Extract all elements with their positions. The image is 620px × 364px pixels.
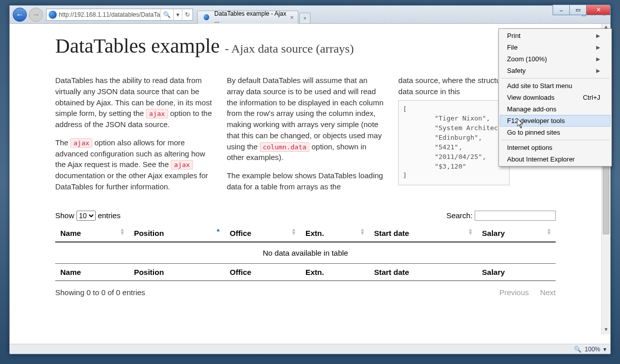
zoom-dropdown-icon[interactable]: ▾ (603, 346, 606, 353)
refresh-icon[interactable]: ↻ (182, 9, 192, 20)
window-controls: – ▭ ✕ (553, 5, 610, 15)
datatable-controls: Show 10 entries Search: (55, 211, 556, 221)
menu-about-ie[interactable]: About Internet Explorer (500, 153, 610, 165)
code-ajax: ajax (70, 138, 92, 148)
tools-menu: Print▶ File▶ Zoom (100%)▶ Safety▶ Add si… (498, 28, 612, 167)
tab-favicon-icon (204, 14, 209, 20)
url-input[interactable] (59, 11, 160, 18)
fcol: Start date (369, 263, 477, 280)
scroll-down-icon[interactable]: ▼ (602, 327, 610, 335)
fcol: Position (129, 263, 224, 280)
text: The example below shows DataTables loadi… (227, 170, 384, 192)
col-startdate[interactable]: Start date▲▼ (369, 225, 477, 242)
menu-separator (501, 140, 609, 140)
col-office[interactable]: Office▲▼ (225, 225, 300, 242)
title-sub: - Ajax data source (arrays) (225, 42, 354, 55)
forward-button[interactable]: → (29, 8, 43, 22)
menu-file[interactable]: File▶ (500, 42, 610, 53)
back-button[interactable]: ← (13, 8, 27, 22)
search-control: Search: (446, 211, 556, 221)
datatable-footer: Showing 0 to 0 of 0 entries Previous Nex… (55, 288, 556, 297)
menu-view-downloads[interactable]: View downloadsCtrl+J (500, 92, 610, 103)
code-columndata: column.data (260, 142, 309, 152)
menu-print[interactable]: Print▶ (500, 30, 610, 42)
menu-separator (501, 78, 609, 78)
table-footer-row: Name Position Office Extn. Start date Sa… (55, 263, 556, 280)
code-sample: [ "Tiger Nixon", "System Architect", "Ed… (398, 100, 510, 186)
new-tab-button[interactable]: ▫ (299, 13, 311, 24)
fcol: Name (55, 263, 129, 280)
intro-columns: DataTables has the ability to read data … (55, 75, 556, 192)
address-bar[interactable]: 🔍 ▾ ↻ (46, 9, 193, 21)
status-bar: 🔍 100% ▾ (10, 344, 610, 354)
code-ajax: ajax (146, 109, 168, 118)
menu-add-start[interactable]: Add site to Start menu (500, 80, 610, 92)
length-select[interactable]: 10 (76, 211, 96, 221)
text: documentation or the other Ajax examples… (55, 171, 208, 191)
maximize-button[interactable]: ▭ (569, 5, 587, 15)
col-position[interactable]: Position▲ (129, 225, 224, 242)
intro-col-2: By default DataTables will assume that a… (227, 75, 384, 192)
browser-tab[interactable]: DataTables example - Ajax ... × (197, 11, 298, 24)
next-button[interactable]: Next (540, 288, 556, 297)
data-table: Name▲▼ Position▲ Office▲▼ Extn.▲▼ Start … (55, 225, 556, 281)
fcol: Extn. (300, 263, 369, 280)
fcol: Office (225, 263, 300, 280)
table-header-row: Name▲▼ Position▲ Office▲▼ Extn.▲▼ Start … (55, 225, 556, 242)
col-name[interactable]: Name▲▼ (55, 225, 129, 242)
menu-pinned-sites[interactable]: Go to pinned sites (500, 127, 610, 138)
page-title: DataTables example - Ajax data source (a… (55, 34, 354, 57)
stop-icon[interactable]: ▾ (173, 9, 182, 20)
menu-manage-addons[interactable]: Manage add-ons (500, 103, 610, 115)
menu-f12-devtools[interactable]: F12 developer tools (500, 115, 610, 127)
tab-strip: DataTables example - Ajax ... × ▫ (197, 6, 311, 24)
empty-text: No data available in table (55, 242, 556, 264)
fcol: Salary (477, 263, 556, 280)
col-salary[interactable]: Salary▲▼ (477, 225, 556, 242)
search-input[interactable] (475, 211, 556, 221)
tab-title: DataTables example - Ajax ... (214, 10, 287, 24)
empty-row: No data available in table (55, 242, 556, 264)
intro-col-1: DataTables has the ability to read data … (55, 75, 213, 192)
search-icon[interactable]: 🔍 (160, 9, 173, 20)
pagination: Previous Next (490, 288, 556, 297)
text: By default DataTables will assume that a… (227, 76, 383, 151)
close-button[interactable]: ✕ (586, 5, 610, 15)
col-extn[interactable]: Extn.▲▼ (300, 225, 369, 242)
length-label-a: Show (55, 211, 74, 220)
zoom-level[interactable]: 100% (585, 346, 600, 353)
code-ajax: ajax (171, 160, 192, 170)
prev-button[interactable]: Previous (499, 288, 529, 297)
menu-safety[interactable]: Safety▶ (500, 65, 610, 76)
search-label: Search: (446, 211, 473, 219)
menu-internet-options[interactable]: Internet options (500, 142, 610, 153)
tab-close-icon[interactable]: × (290, 14, 294, 21)
zoom-icon[interactable]: 🔍 (574, 346, 582, 353)
favicon-icon (49, 11, 57, 19)
text: The (55, 138, 70, 147)
table-info: Showing 0 to 0 of 0 entries (55, 288, 145, 297)
length-control: Show 10 entries (55, 211, 121, 221)
title-main: DataTables example (55, 34, 220, 57)
browser-toolbar: ← → 🔍 ▾ ↻ DataTables example - Ajax ... … (10, 6, 610, 24)
menu-zoom[interactable]: Zoom (100%)▶ (500, 53, 610, 65)
length-label-b: entries (98, 211, 121, 220)
minimize-button[interactable]: – (553, 5, 570, 15)
